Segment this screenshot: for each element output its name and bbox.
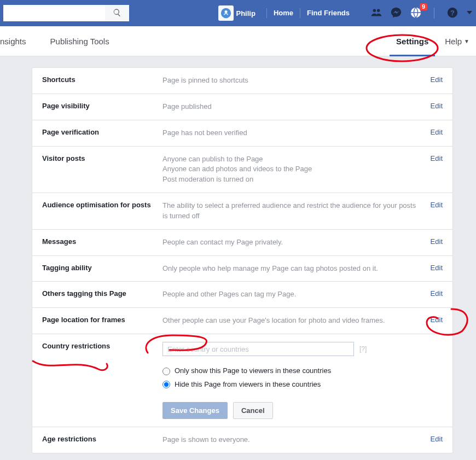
radio-only-show-input[interactable] [162, 368, 170, 375]
row-visitor-posts: Visitor posts Anyone can publish to the … [32, 147, 452, 194]
country-help-icon[interactable]: [?] [359, 345, 367, 354]
edit-link[interactable]: Edit [431, 237, 443, 248]
tab-insights[interactable]: nsights [0, 26, 38, 56]
search-container [3, 5, 129, 21]
search-icon [113, 8, 121, 19]
row-location-frames: Page location for frames Other people ca… [32, 308, 452, 334]
row-desc: Page has not been verified [162, 128, 420, 138]
page-tabs-bar: nsights Publishing Tools Settings Help ▼ [0, 26, 476, 56]
row-label: Page visibility [42, 102, 152, 112]
friend-requests-icon[interactable] [370, 7, 382, 20]
edit-link[interactable]: Edit [431, 435, 443, 445]
cancel-button[interactable]: Cancel [233, 402, 273, 419]
country-input[interactable] [162, 342, 354, 356]
row-desc: Anyone can publish to the Page Anyone ca… [162, 154, 420, 185]
row-label: Audience optimisation for posts [42, 201, 152, 222]
row-label: Others tagging this Page [42, 289, 152, 300]
row-label: Age restrictions [42, 435, 152, 445]
edit-link[interactable]: Edit [431, 316, 443, 326]
profile-link[interactable]: Philip [218, 5, 255, 21]
row-label: Page location for frames [42, 316, 152, 326]
radio-hide[interactable]: Hide this Page from viewers in these cou… [162, 380, 443, 390]
edit-link[interactable]: Edit [431, 75, 443, 86]
row-label: Page verification [42, 128, 152, 138]
help-menu[interactable]: Help ▼ [440, 37, 476, 46]
tab-publishing-tools[interactable]: Publishing Tools [38, 26, 121, 56]
row-others-tagging: Others tagging this Page People and othe… [32, 282, 452, 308]
edit-link[interactable]: Edit [431, 264, 443, 274]
row-desc: Page published [162, 102, 420, 112]
home-link[interactable]: Home [266, 8, 300, 18]
tab-settings[interactable]: Settings [384, 26, 440, 56]
row-shortcuts: Shortcuts Page is pinned to shortcuts Ed… [32, 68, 452, 94]
svg-text:?: ? [450, 8, 455, 16]
settings-panel: Shortcuts Page is pinned to shortcuts Ed… [32, 67, 453, 453]
row-audience-optimisation: Audience optimisation for posts The abil… [32, 193, 452, 230]
edit-link[interactable]: Edit [431, 128, 443, 138]
avatar [218, 5, 234, 21]
nav-links: Home Find Friends [260, 8, 356, 18]
help-menu-label: Help [445, 37, 462, 46]
row-desc: People can contact my Page privately. [162, 237, 420, 248]
row-desc: Other people can use your Page's locatio… [162, 316, 420, 326]
row-page-verification: Page verification Page has not been veri… [32, 120, 452, 147]
save-changes-button[interactable]: Save Changes [162, 402, 228, 419]
row-desc: Page is shown to everyone. [162, 435, 420, 445]
row-desc: People and other Pages can tag my Page. [162, 289, 420, 300]
row-label: Messages [42, 237, 152, 248]
row-label: Tagging ability [42, 264, 152, 274]
chevron-down-icon: ▼ [464, 38, 469, 44]
row-desc: Only people who help manage my Page can … [162, 264, 420, 274]
edit-link[interactable]: Edit [431, 201, 443, 222]
top-nav-bar: Philip Home Find Friends 9 ? [0, 0, 476, 26]
row-label: Visitor posts [42, 154, 152, 185]
row-desc: The ability to select a preferred audien… [162, 201, 420, 222]
edit-link[interactable]: Edit [431, 154, 443, 185]
account-menu-caret-icon[interactable] [466, 9, 473, 18]
notification-badge: 9 [420, 3, 427, 10]
help-icon[interactable]: ? [446, 7, 458, 20]
row-age-restrictions: Age restrictions Page is shown to everyo… [32, 427, 452, 453]
find-friends-link[interactable]: Find Friends [300, 8, 356, 18]
row-label: Country restrictions [42, 342, 152, 419]
row-desc: Page is pinned to shortcuts [162, 75, 420, 86]
notifications-icon[interactable]: 9 [410, 7, 422, 20]
messenger-icon[interactable] [390, 7, 402, 20]
svg-point-1 [225, 10, 228, 13]
header-icons: 9 ? [370, 7, 473, 20]
edit-link[interactable]: Edit [431, 102, 443, 112]
search-button[interactable] [105, 5, 129, 21]
radio-hide-input[interactable] [162, 381, 170, 388]
row-page-visibility: Page visibility Page published Edit [32, 94, 452, 120]
row-country-restrictions: Country restrictions [?] Only show this … [32, 334, 452, 427]
username-label: Philip [236, 9, 255, 18]
radio-only-show[interactable]: Only show this Page to viewers in these … [162, 366, 443, 376]
search-input[interactable] [3, 5, 105, 21]
edit-link[interactable]: Edit [431, 289, 443, 300]
row-tagging-ability: Tagging ability Only people who help man… [32, 256, 452, 282]
row-messages: Messages People can contact my Page priv… [32, 230, 452, 256]
row-label: Shortcuts [42, 75, 152, 86]
